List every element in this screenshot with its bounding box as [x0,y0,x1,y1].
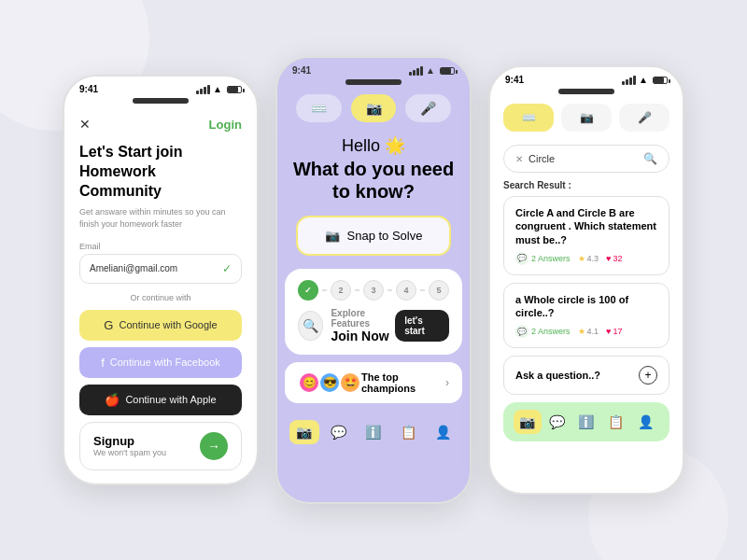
chevron-right-icon: › [445,376,449,389]
facebook-button[interactable]: f Continue with Facebook [79,347,242,378]
title-bold: Community [79,183,162,199]
card2-rating: ★ 4.1 [578,327,599,336]
heart-2-icon: ♥ [606,327,611,336]
step-2: 2 [331,280,351,301]
apple-button[interactable]: 🍎 Continue with Apple [79,385,242,415]
time-3: 9:41 [505,75,524,85]
start-button[interactable]: let's start [395,310,449,342]
progress-steps: ✓ 2 3 4 5 [298,280,449,301]
card2-meta: 💬 2 Answers ★ 4.1 ♥ 17 [515,325,657,338]
result-card-1[interactable]: Circle A and Circle B are congruent . Wh… [503,196,669,275]
answer-dot-icon: 💬 [515,252,529,265]
explore-icon: 🔍 [298,311,323,341]
result-card-2[interactable]: a Whole circle is 100 of circle..? 💬 2 A… [503,283,669,349]
signup-section[interactable]: Signup We won't spam you → [79,422,242,470]
nav-info[interactable]: ℹ️ [359,420,388,444]
nav-chat[interactable]: 💬 [324,420,354,444]
phones-container: 9:41 ▲ ✕ Login Let's Start join Homework… [63,56,684,504]
add-question-button[interactable]: + [639,366,657,385]
p3-nav-user[interactable]: 👤 [631,410,659,434]
close-button[interactable]: ✕ [79,117,91,132]
time-2: 9:41 [292,65,311,76]
card1-rating-value: 4.3 [587,254,599,263]
card1-likes-count: 32 [613,254,622,263]
champs-left: 😊 😎 🤩 [298,371,361,394]
p3-tab-camera[interactable]: 📷 [561,104,612,132]
p2-tab-keyboard[interactable]: ⌨️ [296,94,342,122]
star-2-icon: ★ [578,327,585,336]
champions-text: The top champions [361,371,445,394]
signup-text: Signup We won't spam you [93,434,166,457]
step-line-3 [388,289,392,291]
phone-search: 9:41 ▲ ⌨️ 📷 🎤 ✕ Circle 🔍 Search Result [488,65,684,495]
step-5: 5 [429,280,449,301]
avatar-1: 😊 [298,371,320,394]
ask-question-card[interactable]: Ask a question..? + [503,356,669,395]
battery-2 [440,67,455,75]
p2-tab-camera[interactable]: 📷 [351,94,397,122]
p1-header: ✕ Login [79,117,242,132]
join-row: 🔍 Explore Features Join Now let's start [298,308,449,343]
or-divider: Or continue with [79,293,242,302]
step-line-2 [355,289,359,291]
google-label: Continue with Google [119,319,217,330]
search-clear-icon[interactable]: ✕ [515,154,523,164]
google-icon: G [104,318,113,332]
card2-rating-value: 4.1 [587,327,599,336]
apple-icon: 🍎 [105,393,120,407]
email-value: Ameliani@gmail.com [90,263,177,273]
avatar-2: 😎 [318,371,341,394]
search-bar[interactable]: ✕ Circle 🔍 [503,145,669,173]
card1-likes: ♥ 32 [606,254,622,263]
p2-tab-mic[interactable]: 🎤 [405,94,451,122]
p3-nav-camera[interactable]: 📷 [514,410,542,434]
nav-camera[interactable]: 📷 [289,420,319,444]
notch-2 [345,79,402,85]
signup-arrow[interactable]: → [200,432,228,460]
phone-login: 9:41 ▲ ✕ Login Let's Start join Homework… [63,75,259,485]
signup-title: Signup [93,434,166,448]
card2-title: a Whole circle is 100 of circle..? [515,293,657,320]
search-icon: 🔍 [643,152,657,165]
p3-tab-keyboard[interactable]: ⌨️ [503,104,554,132]
google-button[interactable]: G Continue with Google [79,310,242,341]
title-line2: Homework [79,163,156,179]
status-bar-3: 9:41 ▲ [490,67,683,89]
status-icons-1: ▲ [196,84,242,94]
card2-likes: ♥ 17 [606,327,622,336]
snap-label: Snap to Solve [347,229,423,243]
p3-nav-info[interactable]: ℹ️ [572,410,600,434]
notch-1 [133,98,189,104]
nav-user[interactable]: 👤 [428,420,458,444]
step-4: 4 [396,280,416,301]
step-1: ✓ [298,280,318,301]
title-line1: Let's Start join [79,144,182,160]
status-bar-1: 9:41 ▲ [64,77,257,98]
signup-subtitle: We won't spam you [93,448,166,457]
p3-nav-list[interactable]: 📋 [602,410,630,434]
explore-label: Explore Features [331,308,395,329]
time-1: 9:41 [79,84,98,94]
snap-to-solve-button[interactable]: 📷 Snap to Solve [296,216,451,256]
email-input[interactable]: Ameliani@gmail.com ✓ [79,254,242,284]
card1-title: Circle A and Circle B are congruent . Wh… [515,206,657,246]
p3-tab-mic[interactable]: 🎤 [619,104,669,132]
status-icons-2: ▲ [409,65,455,76]
p3-nav-chat[interactable]: 💬 [543,410,571,434]
login-link[interactable]: Login [209,118,242,132]
battery-3 [653,77,668,84]
join-left: 🔍 Explore Features Join Now [298,308,395,343]
champions-card[interactable]: 😊 😎 🤩 The top champions › [285,362,462,403]
nav-list[interactable]: 📋 [393,420,423,444]
notch-3 [558,89,614,94]
step-line-4 [420,289,425,291]
search-result-label: Search Result : [503,180,669,190]
battery-1 [227,86,242,93]
p2-steps-card: ✓ 2 3 4 5 🔍 Explore Features Join Now [285,269,462,355]
join-now-label: Join Now [331,329,395,343]
email-label: Email [79,242,242,251]
wifi-3: ▲ [639,75,648,85]
phone-snap: 9:41 ▲ ⌨️ 📷 🎤 Hello 🌟 What do you need t… [275,56,472,504]
facebook-label: Continue with Facebook [110,357,220,368]
phone3-content: ✕ Circle 🔍 Search Result : Circle A and … [490,137,683,453]
